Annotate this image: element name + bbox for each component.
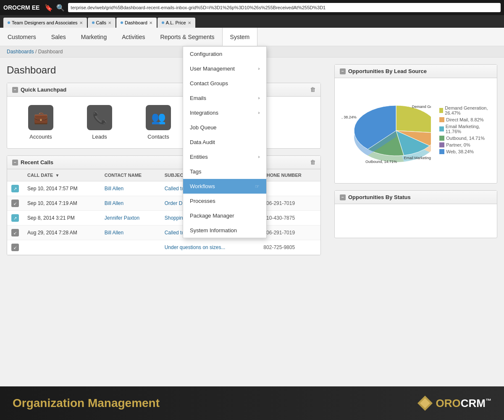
browser-tabs: Team Designers and Associates ✕ Calls ✕ … [0, 15, 504, 28]
browser-tab-3[interactable]: A.L. Price ✕ [158, 18, 195, 28]
address-bar[interactable]: terprise.dev/web/grid%5Bdashboard-recent… [68, 3, 501, 12]
nav-sales[interactable]: Sales [44, 28, 74, 46]
menu-configuration[interactable]: Configuration [183, 47, 266, 61]
contact-link[interactable]: Jennifer Paxton [105, 215, 139, 221]
menu-package-manager[interactable]: Package Manager [183, 208, 266, 223]
close-tab-1[interactable]: ✕ [108, 21, 111, 25]
arrow-icon: › [258, 66, 260, 71]
browser-tab-1[interactable]: Calls ✕ [88, 18, 116, 28]
quick-launchpad-header: − Quick Launchpad 🗑 [7, 83, 320, 97]
arrow-icon: › [258, 96, 260, 100]
nav-activities[interactable]: Activities [114, 28, 152, 46]
sort-arrow-icon: ▼ [55, 173, 59, 178]
menu-system-information[interactable]: System Information [183, 223, 266, 238]
legend-color [439, 117, 444, 122]
nav-system[interactable]: System [222, 28, 258, 46]
right-panel: − Opportunities By Lead Source Demand Ge… [328, 58, 504, 399]
arrow-icon: › [258, 155, 260, 159]
opp-status-collapse[interactable]: − [340, 194, 346, 200]
svg-text:Email Marketing, 11.76%: Email Marketing, 11.76% [404, 156, 431, 160]
call-type-icon: ↙ [11, 244, 19, 251]
contact-name: Bill Allen [100, 196, 160, 211]
svg-text:Demand Generation, 26.47%: Demand Generation, 26.47% [412, 105, 431, 109]
oro-crm-text: OROCRM™ [436, 397, 491, 410]
close-tab-3[interactable]: ✕ [188, 21, 191, 25]
leads-icon: 📞 [87, 105, 112, 130]
col-call-date[interactable]: CALL DATE ▼ [23, 169, 100, 181]
legend-label: Demand Generation, 26.47% [445, 105, 490, 116]
legend-color [439, 126, 444, 131]
menu-integrations[interactable]: Integrations › [183, 105, 266, 120]
opp-status-body [335, 204, 497, 238]
call-type-icon: ↗ [11, 214, 19, 222]
opp-lead-source-title: Opportunities By Lead Source [348, 68, 427, 74]
accounts-icon: 💼 [28, 105, 53, 130]
launchpad-leads[interactable]: 📞 Leads [74, 105, 125, 140]
bottom-bar: Organization Management OROCRM™ [0, 386, 504, 420]
close-tab-0[interactable]: ✕ [79, 21, 83, 25]
launchpad-contacts[interactable]: 👥 Contacts [133, 105, 184, 140]
table-row: ↙ Under questions on sizes... 802-725-98… [7, 240, 320, 255]
widget-collapse-button[interactable]: − [12, 87, 18, 93]
subject-link[interactable]: Under questions on sizes... [165, 244, 226, 250]
pie-legend: Demand Generation, 26.47%Direct Mail, 8.… [439, 105, 490, 156]
svg-text:Outbound, 14.71%: Outbound, 14.71% [365, 160, 397, 164]
contacts-icon: 👥 [146, 105, 171, 130]
breadcrumb-dashboards[interactable]: Dashboards [7, 49, 34, 55]
menu-processes[interactable]: Processes [183, 194, 266, 208]
leads-label: Leads [92, 134, 107, 140]
call-subject: Under questions on sizes... [160, 240, 260, 255]
search-icon[interactable]: 🔍 [56, 4, 65, 12]
contact-link[interactable]: Bill Allen [105, 186, 123, 192]
menu-data-audit[interactable]: Data Audit [183, 135, 266, 150]
menu-workflows[interactable]: Workflows ☞ [183, 179, 266, 194]
accounts-label: Accounts [29, 134, 52, 140]
menu-job-queue[interactable]: Job Queue [183, 120, 266, 135]
contact-link[interactable]: Bill Allen [105, 200, 123, 206]
opp-lead-source-header: − Opportunities By Lead Source [335, 65, 497, 78]
menu-emails[interactable]: Emails › [183, 91, 266, 105]
breadcrumb-current: Dashboard [38, 49, 63, 55]
menu-contact-groups[interactable]: Contact Groups [183, 76, 266, 91]
legend-color [439, 108, 443, 113]
oro-logo: OROCRM™ [417, 395, 491, 412]
phone-number: 206-291-7019 [259, 196, 320, 211]
browser-tab-0[interactable]: Team Designers and Associates ✕ [3, 18, 87, 28]
nav-customers[interactable]: Customers [0, 28, 44, 46]
oro-diamond-icon [417, 395, 433, 412]
contact-name: Bill Allen [100, 181, 160, 196]
contacts-label: Contacts [147, 134, 169, 140]
recent-calls-header: − Recent Calls 🗑 [7, 156, 320, 169]
menu-tags[interactable]: Tags [183, 164, 266, 179]
launchpad-accounts[interactable]: 💼 Accounts [16, 105, 66, 140]
call-type-icon: ↙ [11, 200, 19, 207]
call-type-icon: ↙ [11, 229, 19, 236]
call-date: Sep 10, 2014 7:19 AM [23, 196, 100, 211]
menu-entities[interactable]: Entities › [183, 150, 266, 164]
legend-label: Outbound, 14.71% [446, 136, 485, 141]
quick-launchpad-widget: − Quick Launchpad 🗑 💼 Accounts 📞 Leads 👥… [7, 83, 321, 149]
browser-tab-2[interactable]: Dashboard ✕ [116, 18, 157, 28]
nav-bar-container: Customers Sales Marketing Activities Rep… [0, 28, 504, 46]
calls-widget-collapse[interactable]: − [12, 160, 18, 165]
legend-label: Direct Mail, 8.82% [446, 117, 483, 122]
calls-widget-delete[interactable]: 🗑 [310, 159, 315, 165]
nav-reports[interactable]: Reports & Segments [152, 28, 222, 46]
contact-link[interactable]: Bill Allen [105, 230, 123, 236]
launchpad-grid: 💼 Accounts 📞 Leads 👥 Contacts $ Opportun… [7, 97, 320, 148]
widget-delete-button[interactable]: 🗑 [310, 87, 315, 93]
menu-user-management[interactable]: User Management › [183, 61, 266, 76]
legend-item: Email Marketing, 11.76% [439, 124, 490, 134]
system-dropdown: Configuration User Management › Contact … [183, 46, 267, 238]
pie-chart: Demand Generation, 26.47%Direct Mail, 8.… [341, 84, 431, 177]
call-type-icon: ↗ [11, 185, 19, 192]
legend-color [439, 136, 444, 141]
nav-marketing[interactable]: Marketing [74, 28, 114, 46]
table-row: ↗ Sep 10, 2014 7:57 PM Bill Allen Called… [7, 181, 320, 196]
col-contact-name[interactable]: CONTACT NAME [100, 169, 160, 181]
left-panel: Dashboard − Quick Launchpad 🗑 💼 Accounts… [0, 58, 328, 399]
call-date: Sep 8, 2014 3:21 PM [23, 211, 100, 226]
bookmark-icon[interactable]: 🔖 [45, 4, 53, 12]
opp-lead-source-collapse[interactable]: − [340, 68, 346, 74]
close-tab-2[interactable]: ✕ [149, 21, 152, 25]
